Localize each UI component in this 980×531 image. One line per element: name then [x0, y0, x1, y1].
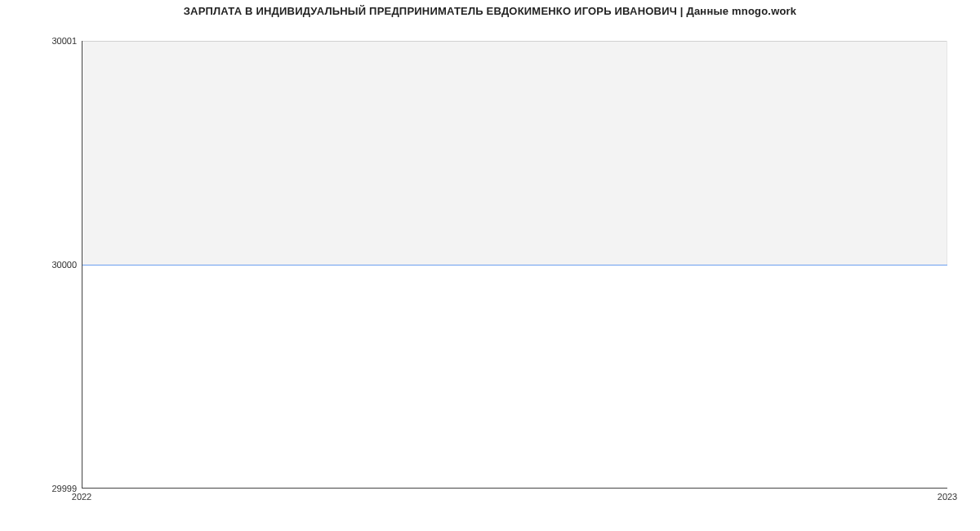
- series-salary-line: [82, 265, 947, 266]
- gridline-top: [82, 41, 947, 42]
- chart-title: ЗАРПЛАТА В ИНДИВИДУАЛЬНЫЙ ПРЕДПРИНИМАТЕЛ…: [0, 5, 980, 17]
- plot-right-edge: [947, 41, 947, 265]
- x-tick-right: 2023: [938, 492, 957, 502]
- x-tick-left: 2022: [72, 492, 91, 502]
- background-band: [82, 41, 947, 265]
- y-tick-middle: 30000: [3, 260, 77, 270]
- salary-chart: ЗАРПЛАТА В ИНДИВИДУАЛЬНЫЙ ПРЕДПРИНИМАТЕЛ…: [0, 0, 980, 531]
- y-tick-top: 30001: [3, 36, 77, 46]
- plot-area: [82, 41, 947, 489]
- y-tick-bottom: 29999: [3, 484, 77, 493]
